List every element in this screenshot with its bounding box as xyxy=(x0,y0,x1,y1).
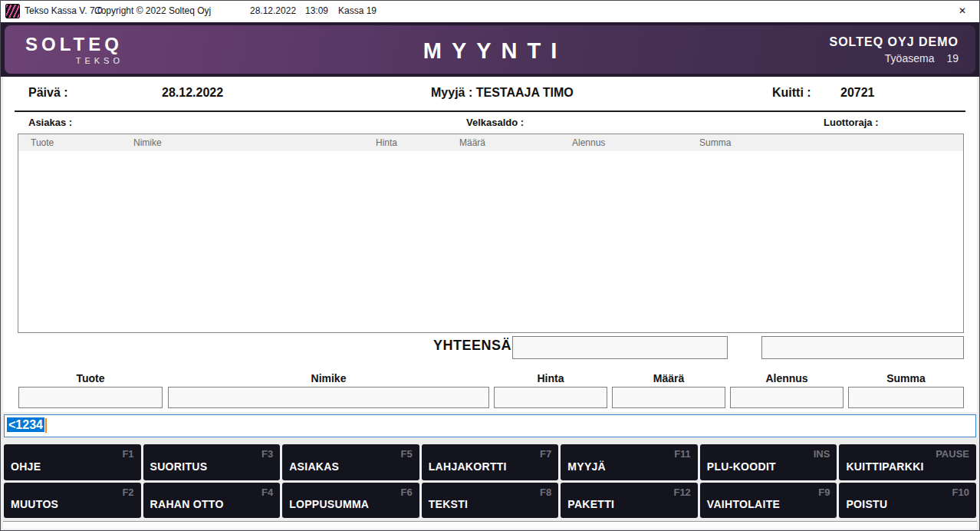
items-table: Tuote Nimike Hinta Määrä Alennus Summa xyxy=(18,134,964,333)
fkey-keycap: INS xyxy=(814,448,830,460)
close-icon[interactable]: ✕ xyxy=(954,5,971,16)
seller-text: Myyjä : TESTAAJA TIMO xyxy=(431,86,574,100)
fkey-label: TEKSTI xyxy=(429,498,469,510)
fkey-ohje-button[interactable]: OHJE F1 xyxy=(4,444,141,480)
fkey-label: MUUTOS xyxy=(11,498,58,510)
entry-label-maara: Määrä xyxy=(612,372,725,384)
fkey-label: POISTU xyxy=(846,498,887,510)
fkey-lahjakortti-button[interactable]: LAHJAKORTTI F7 xyxy=(422,444,559,480)
fkey-suoritus-button[interactable]: SUORITUS F3 xyxy=(143,444,281,480)
main-panel: Päivä : 28.12.2022 Myyjä : TESTAAJA TIMO… xyxy=(3,77,977,412)
items-table-header: Tuote Nimike Hinta Määrä Alennus Summa xyxy=(18,134,963,151)
fkey-teksti-button[interactable]: TEKSTI F8 xyxy=(422,483,559,519)
fkey-myyja-button[interactable]: MYYJÄ F11 xyxy=(561,444,698,480)
column-header-alennus: Alennus xyxy=(572,137,605,148)
status-bar xyxy=(3,521,977,529)
fkey-keycap: F2 xyxy=(122,486,133,498)
fkey-keycap: F11 xyxy=(674,448,691,460)
total-amount-field xyxy=(512,336,728,359)
entry-label-hinta: Hinta xyxy=(494,372,607,384)
fkey-keycap: F3 xyxy=(261,448,273,460)
command-input[interactable]: <1234 xyxy=(4,414,976,437)
workstation-number: 19 xyxy=(946,52,959,64)
header-panel: SOLTEQ TEKSO MYYNTI SOLTEQ OYJ DEMO Työa… xyxy=(5,25,975,74)
product-code-field[interactable] xyxy=(18,387,163,408)
titlebar: Tekso Kassa V. 7.0 Copyright © 2022 Solt… xyxy=(1,1,979,22)
copyright-text: Copyright © 2022 Solteq Oyj xyxy=(94,5,211,16)
fkey-paketti-button[interactable]: PAKETTI F12 xyxy=(561,483,698,519)
register-number: Kassa 19 xyxy=(338,5,377,16)
date-value: 28.12.2022 xyxy=(162,86,223,100)
fkey-label: MYYJÄ xyxy=(567,460,606,473)
fkey-label: KUITTIPARKKI xyxy=(846,460,923,473)
fkey-label: PAKETTI xyxy=(567,498,614,510)
fkey-label: SUORITUS xyxy=(150,460,208,473)
fkey-label: RAHAN OTTO xyxy=(150,498,224,510)
fkey-keycap: F12 xyxy=(673,486,690,498)
fkey-label: LAHJAKORTTI xyxy=(429,460,507,473)
titlebar-date: 28.12.2022 xyxy=(250,5,296,16)
credit-limit-label: Luottoraja : xyxy=(824,117,879,128)
fkey-keycap: F7 xyxy=(540,448,551,460)
fkey-keycap: F6 xyxy=(401,486,413,498)
fkey-keycap: F10 xyxy=(952,486,969,498)
company-name: SOLTEQ OYJ DEMO xyxy=(830,35,959,49)
fkey-asiakas-button[interactable]: ASIAKAS F5 xyxy=(282,444,419,480)
fkey-label: OHJE xyxy=(11,460,41,473)
app-header: SOLTEQ TEKSO MYYNTI SOLTEQ OYJ DEMO Työa… xyxy=(1,22,979,77)
fkey-muutos-button[interactable]: MUUTOS F2 xyxy=(4,483,141,519)
customer-label: Asiakas : xyxy=(28,117,72,128)
header-right-block: SOLTEQ OYJ DEMO Työasema19 xyxy=(830,35,959,64)
window-title: Tekso Kassa V. 7.0 xyxy=(25,5,103,16)
total-secondary-field xyxy=(761,336,964,359)
product-name-field[interactable] xyxy=(168,387,489,408)
fkey-keycap: PAUSE xyxy=(936,448,969,460)
fkey-label: LOPPUSUMMA xyxy=(289,498,369,510)
fkey-keycap: F5 xyxy=(401,448,413,460)
fkey-keycap: F4 xyxy=(261,486,273,498)
items-table-body xyxy=(18,151,963,332)
quantity-field[interactable] xyxy=(612,387,725,408)
fkey-plu-koodit-button[interactable]: PLU-KOODIT INS xyxy=(700,444,837,480)
solteq-app-icon xyxy=(5,4,20,18)
column-header-maara: Määrä xyxy=(459,137,485,148)
workstation-info: Työasema19 xyxy=(830,52,959,64)
fkey-vaihtolaite-button[interactable]: VAIHTOLAITE F9 xyxy=(700,483,837,519)
total-label: YHTEENSÄ xyxy=(421,338,511,354)
discount-field[interactable] xyxy=(730,387,844,408)
sum-field[interactable] xyxy=(848,387,964,408)
column-header-tuote: Tuote xyxy=(31,137,54,148)
fkey-loppusumma-button[interactable]: LOPPUSUMMA F6 xyxy=(282,483,419,519)
fkey-poistu-button[interactable]: POISTU F10 xyxy=(839,483,976,519)
receipt-number: 20721 xyxy=(840,86,875,100)
fkey-label: ASIAKAS xyxy=(289,460,339,473)
fkey-label: PLU-KOODIT xyxy=(707,460,776,473)
command-input-selected-text: <1234 xyxy=(7,417,44,432)
fkey-kuittiparkki-button[interactable]: KUITTIPARKKI PAUSE xyxy=(839,444,976,480)
debt-balance-label: Velkasaldo : xyxy=(466,117,524,128)
entry-label-alennus: Alennus xyxy=(730,372,844,384)
column-header-nimike: Nimike xyxy=(133,137,162,148)
date-label: Päivä : xyxy=(28,86,68,100)
workstation-label: Työasema xyxy=(885,52,935,64)
titlebar-time: 13:09 xyxy=(305,5,328,16)
fkey-keycap: F1 xyxy=(122,448,133,460)
entry-label-tuote: Tuote xyxy=(18,372,163,384)
fkey-rahan-otto-button[interactable]: RAHAN OTTO F4 xyxy=(143,483,281,519)
receipt-label: Kuitti : xyxy=(772,86,811,100)
app-window: Tekso Kassa V. 7.0 Copyright © 2022 Solt… xyxy=(0,0,980,531)
entry-label-summa: Summa xyxy=(848,372,964,384)
column-header-summa: Summa xyxy=(699,137,731,148)
price-field[interactable] xyxy=(494,387,607,408)
entry-label-nimike: Nimike xyxy=(168,372,489,384)
fkey-keycap: F9 xyxy=(818,486,830,498)
text-caret xyxy=(45,418,47,433)
divider-line xyxy=(15,110,965,112)
fkey-label: VAIHTOLAITE xyxy=(707,498,780,510)
fkey-keycap: F8 xyxy=(540,486,551,498)
function-key-bar: OHJE F1 SUORITUS F3 ASIAKAS F5 LAHJAKORT… xyxy=(4,444,976,518)
column-header-hinta: Hinta xyxy=(376,137,397,148)
